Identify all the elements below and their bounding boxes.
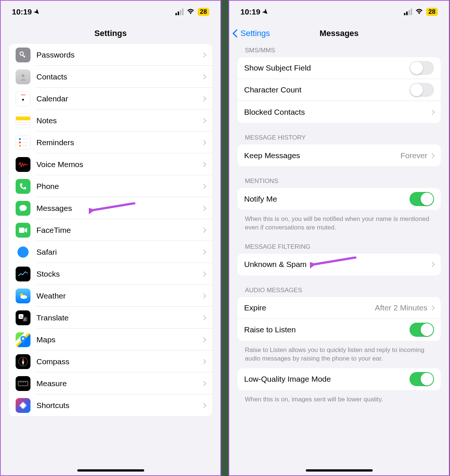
row-label: Calendar	[36, 94, 202, 103]
home-indicator[interactable]	[306, 469, 373, 472]
home-indicator[interactable]	[77, 469, 144, 472]
row-label: Show Subject Field	[244, 63, 409, 72]
settings-row-stocks[interactable]: Stocks	[9, 263, 212, 285]
settings-row-compass[interactable]: Compass	[9, 351, 212, 372]
section-header-history: MESSAGE HISTORY	[237, 131, 441, 144]
chevron-right-icon	[430, 109, 435, 114]
row-label: Measure	[36, 379, 202, 388]
section-footer-lowq: When this is on, images sent will be low…	[237, 392, 441, 409]
row-label: Low-Quality Image Mode	[244, 375, 409, 384]
chevron-right-icon	[201, 162, 206, 167]
svg-rect-6	[19, 228, 25, 233]
row-unknown-spam[interactable]: Unknown & Spam	[237, 254, 441, 276]
page-title: Messages	[320, 29, 359, 38]
row-character-count[interactable]: Character Count	[237, 79, 441, 101]
settings-row-translate[interactable]: A文 Translate	[9, 307, 212, 329]
section-header-audio: AUDIO MESSAGES	[237, 284, 441, 297]
settings-row-reminders[interactable]: Reminders	[9, 131, 212, 153]
svg-text:A: A	[20, 315, 22, 319]
audio-group: Expire After 2 Minutes Raise to Listen	[237, 297, 441, 341]
row-low-quality-image-mode[interactable]: Low-Quality Image Mode	[237, 368, 441, 390]
chevron-right-icon	[201, 315, 206, 320]
shortcuts-icon	[16, 398, 30, 413]
row-value: Forever	[401, 151, 427, 160]
settings-row-shortcuts[interactable]: Shortcuts	[9, 394, 212, 416]
chevron-right-icon	[201, 227, 206, 232]
toggle-show-subject[interactable]	[409, 61, 434, 75]
chevron-right-icon	[201, 359, 206, 364]
row-label: Voice Memos	[36, 160, 202, 169]
back-button[interactable]: Settings	[234, 29, 270, 38]
row-label: Keep Messages	[244, 151, 401, 160]
chevron-right-icon	[201, 140, 206, 145]
page-title: Settings	[94, 29, 127, 38]
phone-icon	[16, 179, 30, 194]
messages-settings-screen: 10:19 ➤ 28 Settings Messages SMS/MMS Sho…	[229, 0, 450, 476]
chevron-right-icon	[201, 205, 206, 211]
chevron-right-icon	[201, 381, 206, 386]
chevron-right-icon	[201, 183, 206, 189]
row-label: Compass	[36, 357, 202, 366]
battery-icon: 28	[426, 8, 438, 16]
svg-point-14	[22, 338, 24, 340]
settings-row-calendar[interactable]: • Calendar	[9, 88, 212, 110]
toggle-raise-to-listen[interactable]	[409, 323, 434, 337]
translate-icon: A文	[16, 310, 30, 325]
chevron-right-icon	[430, 262, 435, 267]
status-time: 10:19	[12, 7, 32, 16]
settings-row-voicememos[interactable]: Voice Memos	[9, 153, 212, 175]
row-raise-to-listen[interactable]: Raise to Listen	[237, 319, 441, 341]
row-label: Blocked Contacts	[244, 108, 430, 117]
signal-icon	[404, 9, 412, 15]
chevron-right-icon	[430, 305, 435, 310]
svg-text:文: 文	[23, 318, 26, 321]
row-label: Raise to Listen	[244, 325, 409, 334]
settings-row-facetime[interactable]: FaceTime	[9, 219, 212, 241]
status-bar: 10:19 ➤ 28	[1, 1, 220, 23]
chevron-right-icon	[201, 337, 206, 342]
row-notify-me[interactable]: Notify Me	[237, 188, 441, 210]
back-label: Settings	[240, 29, 270, 38]
weather-icon	[16, 288, 30, 303]
row-label: Shortcuts	[36, 401, 202, 410]
settings-row-notes[interactable]: Notes	[9, 110, 212, 131]
toggle-character-count[interactable]	[409, 83, 434, 97]
svg-point-3	[22, 74, 25, 77]
measure-icon	[16, 376, 30, 391]
row-keep-messages[interactable]: Keep Messages Forever	[237, 144, 441, 166]
chevron-right-icon	[201, 118, 206, 123]
row-label: FaceTime	[36, 226, 202, 235]
row-label: Passwords	[36, 50, 202, 59]
row-label: Contacts	[36, 72, 202, 81]
filtering-group: Unknown & Spam	[237, 254, 441, 276]
settings-row-phone[interactable]: Phone	[9, 175, 212, 197]
row-blocked-contacts[interactable]: Blocked Contacts	[237, 101, 441, 123]
reminders-icon	[16, 135, 30, 150]
svg-point-9	[20, 295, 27, 299]
chevron-right-icon	[201, 96, 206, 101]
settings-row-weather[interactable]: Weather	[9, 285, 212, 307]
settings-row-messages[interactable]: Messages	[9, 197, 212, 219]
section-footer-audio: Raise to Listen allows you to quickly li…	[237, 343, 441, 368]
chevron-right-icon	[201, 74, 206, 79]
settings-row-measure[interactable]: Measure	[9, 372, 212, 394]
row-label: Character Count	[244, 85, 409, 94]
section-header-filtering: MESSAGE FILTERING	[237, 240, 441, 254]
chevron-right-icon	[201, 249, 206, 254]
settings-row-contacts[interactable]: Contacts	[9, 66, 212, 88]
settings-row-maps[interactable]: Maps	[9, 329, 212, 351]
row-label: Maps	[36, 335, 202, 344]
history-group: Keep Messages Forever	[237, 144, 441, 166]
row-label: Messages	[36, 204, 202, 213]
toggle-notify-me[interactable]	[409, 192, 434, 206]
contacts-icon	[16, 69, 30, 84]
row-show-subject-field[interactable]: Show Subject Field	[237, 57, 441, 79]
settings-row-safari[interactable]: Safari	[9, 241, 212, 263]
row-label: Unknown & Spam	[244, 260, 430, 269]
row-label: Phone	[36, 182, 202, 191]
row-expire[interactable]: Expire After 2 Minutes	[237, 297, 441, 319]
toggle-low-quality[interactable]	[409, 372, 434, 386]
messages-icon	[16, 201, 30, 216]
settings-row-passwords[interactable]: Passwords	[9, 44, 212, 66]
sms-group: Show Subject Field Character Count Block…	[237, 57, 441, 123]
